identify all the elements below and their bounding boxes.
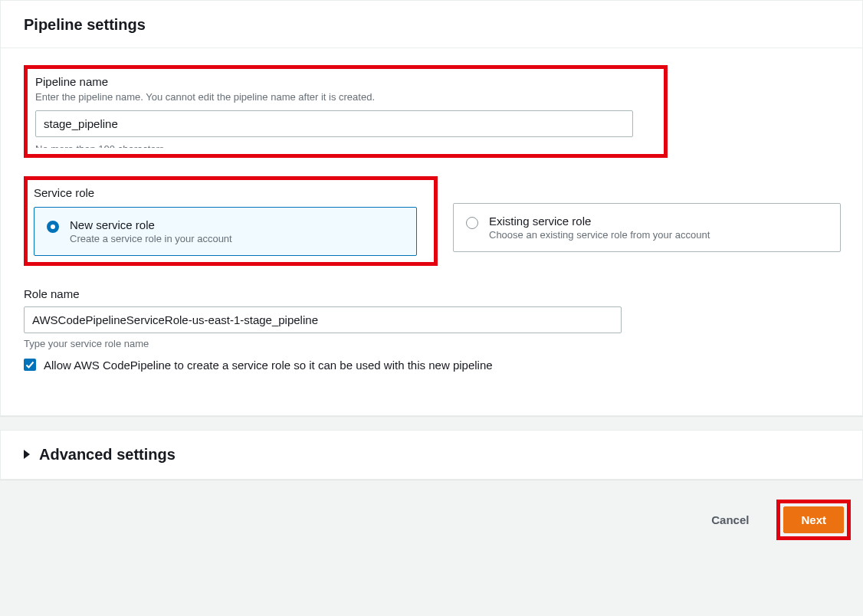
- radio-new-desc: Create a service role in your account: [70, 233, 232, 244]
- allow-create-label: Allow AWS CodePipeline to create a servi…: [44, 357, 493, 374]
- panel-body: Pipeline name Enter the pipeline name. Y…: [1, 48, 862, 415]
- service-role-label: Service role: [34, 186, 428, 199]
- radio-existing-title: Existing service role: [489, 215, 710, 228]
- allow-create-checkbox[interactable]: [24, 359, 36, 371]
- pipeline-settings-panel: Pipeline settings Pipeline name Enter th…: [0, 0, 863, 416]
- advanced-settings-toggle[interactable]: Advanced settings: [1, 431, 862, 479]
- caret-right-icon: [24, 450, 30, 459]
- role-name-hint: Type your service role name: [24, 338, 839, 349]
- radio-new-service-role[interactable]: New service role Create a service role i…: [34, 207, 417, 256]
- role-name-label: Role name: [24, 287, 839, 300]
- pipeline-name-label: Pipeline name: [35, 75, 656, 88]
- highlight-service-role: Service role New service role Create a s…: [24, 176, 438, 266]
- highlight-next: Next: [776, 500, 851, 540]
- highlight-pipeline-name: Pipeline name Enter the pipeline name. Y…: [24, 65, 668, 158]
- advanced-settings-panel: Advanced settings: [0, 430, 863, 480]
- pipeline-name-input[interactable]: [35, 110, 633, 137]
- radio-existing-desc: Choose an existing service role from you…: [489, 229, 710, 241]
- pipeline-name-help: Enter the pipeline name. You cannot edit…: [35, 91, 656, 103]
- panel-header: Pipeline settings: [1, 1, 862, 48]
- pipeline-name-limit-hint: No more than 100 characters: [35, 143, 656, 148]
- wizard-footer: Cancel Next: [0, 480, 863, 554]
- advanced-settings-title: Advanced settings: [39, 446, 176, 464]
- radio-existing-service-role[interactable]: Existing service role Choose an existing…: [453, 203, 841, 252]
- radio-unselected-icon: [466, 217, 478, 229]
- panel-title: Pipeline settings: [24, 16, 839, 34]
- next-button[interactable]: Next: [783, 506, 844, 533]
- check-icon: [25, 359, 35, 370]
- cancel-button[interactable]: Cancel: [699, 507, 761, 532]
- role-name-section: Role name Type your service role name Al…: [24, 287, 839, 374]
- role-name-input[interactable]: [24, 306, 622, 333]
- radio-new-title: New service role: [70, 218, 232, 231]
- radio-selected-icon: [47, 221, 59, 233]
